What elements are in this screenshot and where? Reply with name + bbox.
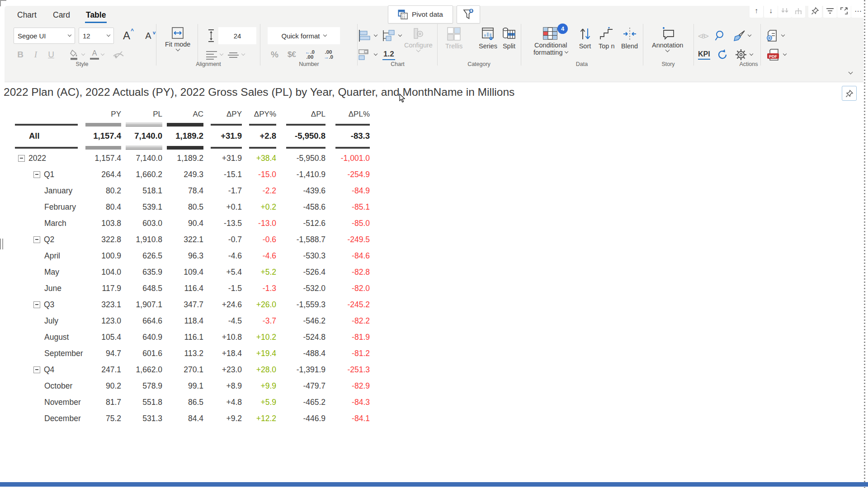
row-label: May: [44, 267, 59, 277]
fit-mode-button[interactable]: Fit mode: [165, 27, 190, 51]
visual-selection-bar[interactable]: [0, 482, 868, 487]
scenario-bar: [335, 124, 370, 126]
value-cell: -5,950.8: [276, 131, 326, 141]
value-cell: -1,391.9: [276, 365, 326, 375]
settings-button[interactable]: [735, 48, 753, 61]
value-cell: +8.9: [203, 381, 242, 391]
row-label-cell: February: [15, 202, 84, 212]
quick-format-select[interactable]: Quick format: [268, 27, 340, 44]
tab-table[interactable]: Table: [86, 10, 106, 20]
collapse-toggle[interactable]: [33, 366, 40, 373]
value-cell: -84.3: [326, 398, 370, 407]
column-header[interactable]: AC: [162, 110, 203, 122]
font-size-select[interactable]: 12: [79, 28, 114, 44]
decrease-decimals-icon[interactable]: ←←.0.0 .00: [305, 50, 315, 60]
configure-button[interactable]: Configure: [404, 27, 433, 52]
collapse-ribbon-icon[interactable]: [849, 70, 853, 75]
sort-icon: [579, 27, 591, 41]
align-left-icon: [206, 50, 217, 60]
scenario-bar: [15, 124, 78, 126]
paint-bucket-icon: [70, 49, 80, 61]
kpi-button[interactable]: KPI: [698, 50, 710, 60]
horizontal-align-select[interactable]: [206, 50, 223, 60]
align-center-icon: [227, 50, 239, 60]
column-header[interactable]: ΔPY%: [242, 110, 276, 122]
chart-type-variance-select[interactable]: [382, 29, 401, 42]
table-row: January80.2518.178.4-1.7-2.2-439.6-84.9: [15, 183, 372, 199]
visual-title: 2022 Plan (AC), 2022 Actuals (PY), 2022 …: [4, 86, 514, 99]
lock-layout-button[interactable]: [842, 86, 857, 101]
conditional-formatting-badge: 4: [557, 23, 568, 34]
visual-resize-handle[interactable]: [0, 239, 3, 249]
move-up-icon[interactable]: ↑: [750, 4, 763, 18]
filters-icon[interactable]: [823, 4, 837, 18]
value-cell: -13.5: [203, 219, 242, 228]
value-cell: -530.3: [276, 251, 326, 261]
collapse-toggle[interactable]: [18, 155, 25, 162]
group-label-actions: Actions: [694, 61, 803, 67]
move-down-icon[interactable]: ↓: [764, 4, 778, 18]
table-settings-button[interactable]: [765, 29, 784, 42]
value-cell: 80.2: [84, 186, 121, 196]
more-options-icon[interactable]: ⋯: [851, 4, 865, 18]
collapse-toggle[interactable]: [33, 171, 40, 178]
trellis-button[interactable]: Trellis: [445, 27, 462, 50]
search-icon[interactable]: [715, 30, 726, 42]
scenario-bar: [286, 124, 326, 126]
series-button[interactable]: Series: [479, 27, 497, 50]
expand-hierarchy-icon[interactable]: [792, 4, 805, 18]
scale-ratio-button[interactable]: 1.2: [382, 50, 395, 60]
no-markers-icon[interactable]: [112, 50, 125, 60]
row-label-cell: November: [15, 398, 84, 407]
pivot-data-button[interactable]: Pivot data: [388, 5, 453, 23]
value-cell: 347.7: [162, 300, 203, 310]
scenario-bar: [249, 147, 276, 149]
column-header[interactable]: ΔPY: [203, 110, 242, 122]
blend-button[interactable]: Blend: [621, 27, 638, 50]
column-header[interactable]: ΔPL: [276, 110, 326, 122]
italic-button[interactable]: I: [29, 50, 42, 60]
bar-chart-icon: [358, 29, 372, 42]
tab-card[interactable]: Card: [53, 10, 70, 20]
tab-chart[interactable]: Chart: [17, 10, 37, 20]
row-height-input[interactable]: [218, 27, 256, 44]
decrease-font-icon[interactable]: Av: [139, 31, 157, 41]
font-family-select[interactable]: Segoe UI: [14, 28, 75, 44]
format-painter-button[interactable]: [733, 30, 751, 42]
value-cell: 116.4: [162, 284, 203, 293]
value-cell: 648.5: [121, 284, 162, 293]
sort-button[interactable]: Sort: [579, 27, 591, 50]
refresh-icon[interactable]: [717, 49, 728, 61]
value-cell: +9.2: [203, 414, 242, 423]
column-header[interactable]: ΔPL%: [326, 110, 370, 122]
currency-format-icon[interactable]: $€: [288, 50, 296, 59]
focus-mode-icon[interactable]: [837, 4, 851, 18]
split-button[interactable]: Split: [501, 27, 517, 50]
value-cell: +12.2: [242, 414, 276, 423]
drill-down-icon[interactable]: [778, 4, 792, 18]
collapse-toggle[interactable]: [33, 301, 40, 308]
font-color-button[interactable]: A: [90, 50, 104, 60]
export-pdf-button[interactable]: PDF: [766, 48, 786, 61]
row-label-cell: July: [15, 316, 84, 326]
chart-layout-select[interactable]: [358, 49, 377, 61]
fill-color-button[interactable]: [70, 49, 85, 61]
column-header[interactable]: PL: [121, 110, 162, 122]
bold-button[interactable]: B: [14, 50, 27, 60]
column-header[interactable]: PY: [84, 110, 121, 122]
embed-code-icon[interactable]: <8>: [698, 32, 708, 40]
percent-format-icon[interactable]: %: [271, 50, 278, 60]
scenario-bar: [126, 146, 162, 150]
increase-font-icon[interactable]: A^: [118, 29, 136, 42]
top-n-button[interactable]: Top n: [599, 27, 614, 50]
annotation-button[interactable]: Annotation: [652, 27, 683, 52]
chart-type-bar-select[interactable]: [358, 29, 377, 42]
conditional-formatting-button[interactable]: 4 Conditional formatting: [533, 27, 568, 56]
pin-visual-icon[interactable]: [808, 4, 822, 18]
collapse-toggle[interactable]: [33, 236, 40, 243]
vertical-align-select[interactable]: [227, 50, 245, 60]
font-family-value: Segoe UI: [18, 32, 46, 40]
underline-button[interactable]: U: [44, 50, 58, 60]
increase-decimals-icon[interactable]: .00 →.0: [324, 50, 333, 60]
filter-lock-button[interactable]: [457, 5, 480, 23]
